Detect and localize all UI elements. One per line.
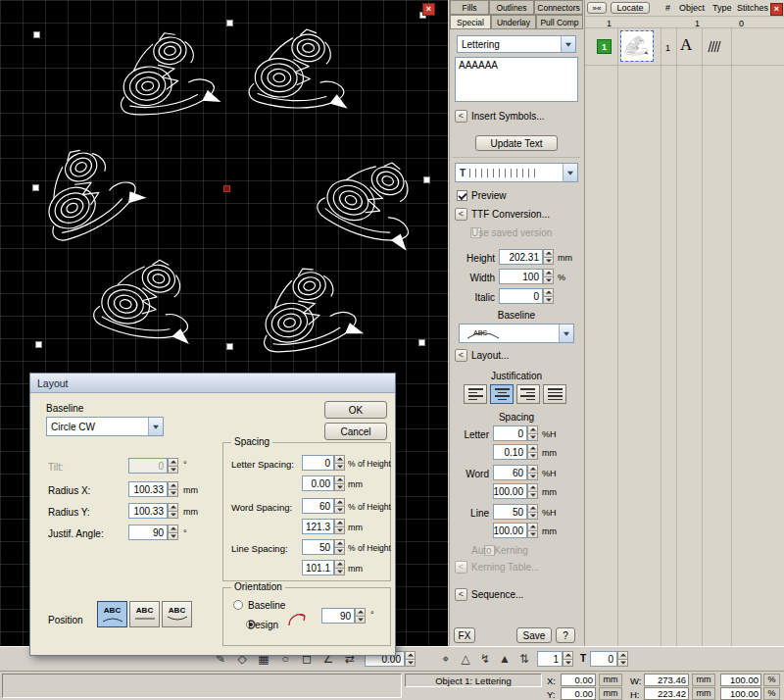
justify-center-button[interactable] [490, 384, 514, 404]
radius-x-field[interactable]: 100.33 [128, 481, 178, 497]
embroidery-design-1[interactable] [104, 22, 231, 129]
height-value[interactable]: 202.31 [499, 249, 543, 265]
justif-angle-value[interactable]: 90 [128, 525, 168, 540]
selection-handle-sw[interactable] [35, 341, 42, 348]
letter-mm-field[interactable]: 0.10 [493, 444, 538, 460]
fx-button[interactable]: FX [454, 627, 475, 643]
line-spacing-mm-field[interactable]: 101.1 [302, 560, 345, 575]
x-field[interactable]: 0.00 [561, 674, 596, 686]
justif-angle-field[interactable]: 90 [128, 525, 178, 540]
save-button[interactable]: Save [516, 627, 552, 643]
word-pct-spinner[interactable] [527, 465, 538, 480]
width-field[interactable]: 100 [499, 269, 554, 284]
selection-handle-s[interactable] [226, 343, 233, 350]
line-pct-field[interactable]: 50 [493, 504, 538, 520]
selection-handle-w[interactable] [32, 184, 39, 191]
embroidery-design-4[interactable] [303, 136, 445, 265]
italic-spinner[interactable] [543, 288, 554, 304]
word-spacing-mm-spinner[interactable] [334, 519, 345, 534]
word-spacing-mm-field[interactable]: 121.3 [302, 519, 345, 534]
needle-count-spinner[interactable] [563, 651, 573, 667]
update-text-button[interactable]: Update Text [475, 135, 558, 151]
needle-count-field[interactable]: 1 [537, 651, 573, 667]
tab-underlay[interactable]: Underlay [491, 15, 536, 29]
position-arc-up-button[interactable]: ABC [97, 601, 127, 627]
letter-pct-spinner[interactable] [527, 425, 538, 441]
line-spacing-pct-value[interactable]: 50 [302, 539, 334, 555]
line-spacing-pct-field[interactable]: 50 [302, 539, 345, 555]
orientation-baseline-radio[interactable] [233, 600, 243, 610]
letter-spacing-pct-field[interactable]: 0 [302, 455, 345, 471]
embroidery-design-2[interactable] [240, 22, 362, 122]
t-value-spinner[interactable] [617, 651, 628, 667]
embroidery-design-3[interactable] [15, 124, 160, 259]
width-spinner[interactable] [543, 269, 554, 284]
w-percent-field[interactable]: 100.00 [720, 674, 761, 686]
sequence-expander[interactable]: < [455, 588, 467, 601]
help-button[interactable]: ? [556, 627, 575, 643]
lettering-text-input[interactable]: AAAAAA [455, 57, 578, 102]
word-mm-value[interactable]: 100.00 [493, 483, 527, 499]
height-spinner[interactable] [543, 249, 554, 265]
italic-field[interactable]: 0 [499, 288, 554, 304]
line-mm-spinner[interactable] [527, 523, 538, 538]
line-mm-field[interactable]: 100.00 [493, 523, 538, 538]
play-icon[interactable]: △ [457, 650, 474, 668]
layout-expander[interactable]: < [455, 349, 467, 362]
flash-icon[interactable]: ↯ [476, 650, 494, 668]
cancel-button[interactable]: Cancel [324, 423, 387, 440]
radius-y-value[interactable]: 100.33 [128, 503, 168, 519]
position-arc-down-button[interactable]: ABC [162, 601, 192, 627]
ok-button[interactable]: OK [324, 401, 387, 419]
chevron-down-icon[interactable] [148, 418, 163, 435]
position-straight-button[interactable]: ABC [129, 601, 160, 627]
letter-height-select[interactable]: T [455, 163, 578, 182]
letter-spacing-pct-value[interactable]: 0 [302, 455, 334, 471]
tab-pull-comp[interactable]: Pull Comp [536, 15, 583, 29]
y-field[interactable]: 0.00 [561, 687, 596, 700]
selection-handle-n[interactable] [226, 20, 233, 26]
width-value[interactable]: 100 [499, 269, 543, 284]
line-mm-value[interactable]: 100.00 [493, 523, 527, 538]
baseline-style-select[interactable]: ABC [459, 324, 574, 343]
justif-angle-spinner[interactable] [168, 525, 178, 540]
line-spacing-mm-value[interactable]: 101.1 [302, 560, 334, 575]
height-field[interactable]: 202.31 [499, 249, 554, 265]
orientation-angle-field[interactable]: 90 [321, 608, 366, 624]
line-spacing-pct-spinner[interactable] [334, 539, 345, 555]
ttf-conversion-expander[interactable]: < [455, 208, 467, 221]
radius-x-value[interactable]: 100.33 [128, 481, 168, 497]
tab-outlines[interactable]: Outlines [489, 0, 534, 15]
locate-button[interactable]: Locate [611, 2, 650, 14]
h-percent-field[interactable]: 100.00 [720, 687, 761, 700]
tilt-value[interactable]: 0 [128, 458, 168, 474]
justify-right-button[interactable] [516, 384, 540, 404]
chevron-down-icon[interactable] [563, 164, 577, 181]
letter-pct-value[interactable]: 0 [493, 425, 527, 441]
close-icon[interactable]: × [770, 3, 783, 16]
color-block-badge[interactable]: 1 [597, 39, 612, 54]
dialog-titlebar[interactable]: Layout [30, 374, 395, 393]
embroidery-design-5[interactable] [82, 244, 215, 358]
tilt-spinner[interactable] [168, 458, 178, 474]
orientation-angle-spinner[interactable] [355, 608, 366, 624]
travel-icon[interactable]: ▲ [496, 650, 514, 668]
letter-pct-field[interactable]: 0 [493, 425, 538, 441]
selection-handle-nw[interactable] [33, 31, 40, 38]
preview-checkbox[interactable] [457, 190, 467, 201]
baseline-select[interactable]: Circle CW [46, 417, 164, 436]
letter-spacing-pct-spinner[interactable] [334, 455, 345, 471]
kerning-table-expander[interactable]: < [455, 561, 467, 574]
word-spacing-pct-value[interactable]: 60 [302, 498, 334, 514]
stitch-angle-spinner[interactable] [405, 651, 416, 667]
radius-y-spinner[interactable] [168, 503, 178, 519]
selection-handle-se[interactable] [418, 339, 425, 346]
center-icon[interactable]: ⌖ [437, 650, 455, 668]
line-pct-value[interactable]: 50 [493, 504, 527, 520]
word-spacing-pct-field[interactable]: 60 [302, 498, 345, 514]
word-mm-spinner[interactable] [527, 483, 538, 499]
embroidery-design-6[interactable] [243, 254, 375, 368]
h-field[interactable]: 223.42 [644, 687, 689, 700]
orientation-angle-value[interactable]: 90 [321, 608, 355, 624]
tab-connectors[interactable]: Connectors [534, 0, 583, 15]
